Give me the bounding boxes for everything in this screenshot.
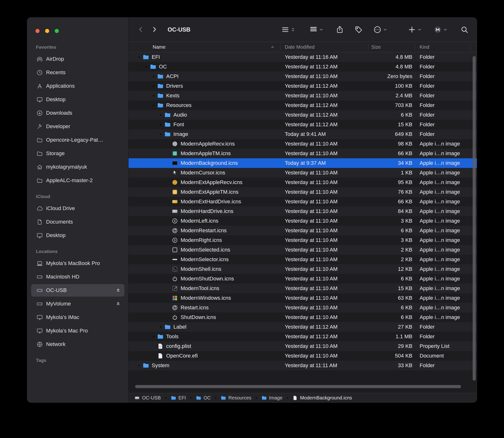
- eject-button[interactable]: [115, 301, 121, 307]
- table-row[interactable]: ModernAppleTM.icnsYesterday at 11:10 AM6…: [128, 149, 477, 158]
- table-row[interactable]: ImageToday at 9:41 AM649 KBFolder: [128, 129, 477, 139]
- disclosure-right-icon[interactable]: [150, 74, 157, 78]
- path-item-resources[interactable]: Resources: [221, 395, 252, 401]
- table-row[interactable]: ModernHardDrive.icnsYesterday at 11:10 A…: [128, 207, 477, 216]
- table-row[interactable]: OpenCore.efiYesterday at 11:10 AM504 KBD…: [128, 351, 477, 361]
- share-button[interactable]: [336, 25, 344, 34]
- sidebar-item-mykola-s-macbook-pro[interactable]: Mykola’s MacBook Pro: [31, 257, 125, 270]
- sidebar-item-documents[interactable]: Documents: [31, 216, 125, 228]
- table-row[interactable]: KextsYesterday at 11:10 AM2.4 MBFolder: [128, 91, 477, 100]
- tags-button[interactable]: [355, 25, 363, 34]
- path-item-efi[interactable]: EFI: [171, 395, 186, 401]
- table-row[interactable]: DriversYesterday at 11:12 AM100 KBFolder: [128, 81, 477, 91]
- sidebar-item-developer[interactable]: Developer: [31, 120, 125, 133]
- account-button[interactable]: [434, 25, 448, 34]
- table-row[interactable]: ModernAppleRecv.icnsYesterday at 11:10 A…: [128, 139, 477, 149]
- disclosure-right-icon[interactable]: [150, 84, 157, 88]
- column-header-kind[interactable]: Kind: [415, 42, 477, 52]
- table-row[interactable]: AudioYesterday at 11:12 AM6 KBFolder: [128, 110, 477, 120]
- sidebar-item-opencore-legacy-pat[interactable]: Opencore-Legacy-Pat…: [31, 134, 125, 146]
- disclosure-down-icon[interactable]: [136, 55, 142, 59]
- plus-icon: [408, 25, 416, 34]
- table-row[interactable]: SystemYesterday at 11:11 AM33 KBFolder: [128, 361, 477, 370]
- vertical-scrollbar[interactable]: [473, 56, 476, 381]
- file-size: 33 KB: [368, 362, 415, 369]
- column-header-name[interactable]: Name: [128, 42, 280, 52]
- table-row[interactable]: ACPIYesterday at 11:10 AMZero bytesFolde…: [128, 72, 477, 81]
- search-button[interactable]: [460, 25, 469, 34]
- disclosure-right-icon[interactable]: [150, 93, 157, 98]
- sidebar-item-storage[interactable]: Storage: [31, 147, 125, 160]
- view-mode-button[interactable]: [281, 25, 295, 34]
- path-item-oc[interactable]: OC: [196, 395, 211, 401]
- forward-button[interactable]: [151, 26, 158, 34]
- table-row[interactable]: ModernSelected.icnsYesterday at 11:10 AM…: [128, 245, 477, 255]
- table-row[interactable]: FontYesterday at 11:12 AM15 KBFolder: [128, 120, 477, 129]
- sidebar-item-macintosh-hd[interactable]: Macintosh HD: [31, 271, 125, 283]
- table-row[interactable]: ModernLeft.icnsYesterday at 11:10 AM3 KB…: [128, 216, 477, 226]
- disclosure-right-icon[interactable]: [158, 122, 164, 127]
- column-header-size[interactable]: Size: [368, 42, 415, 52]
- sidebar-item-recents[interactable]: Recents: [31, 66, 125, 79]
- table-row[interactable]: OCYesterday at 11:12 AM4.8 MBFolder: [128, 62, 477, 72]
- disclosure-down-icon[interactable]: [150, 103, 157, 108]
- table-row[interactable]: ModernRight.icnsYesterday at 11:10 AM3 K…: [128, 235, 477, 245]
- sidebar-item-mykola-s-mac-pro[interactable]: Mykola’s Mac Pro: [31, 325, 125, 337]
- sidebar-item-network[interactable]: Network: [31, 338, 125, 350]
- disclosure-down-icon[interactable]: [158, 132, 164, 136]
- table-row[interactable]: Restart.icnsYesterday at 11:10 AM6 KBApp…: [128, 303, 477, 312]
- sidebar-item-mykolagrymalyuk[interactable]: mykolagrymalyuk: [31, 161, 125, 173]
- back-button[interactable]: [137, 26, 144, 34]
- table-row[interactable]: LabelYesterday at 11:12 AM27 KBFolder: [128, 322, 477, 332]
- table-row[interactable]: EFIYesterday at 11:16 AM4.8 MBFolder: [128, 52, 477, 62]
- sidebar-item-oc-usb[interactable]: OC-USB: [31, 284, 125, 296]
- table-row[interactable]: ModernExtHardDrive.icnsYesterday at 11:1…: [128, 197, 477, 207]
- disclosure-right-icon[interactable]: [136, 363, 142, 368]
- sidebar-item-label: Macintosh HD: [46, 274, 79, 280]
- more-actions-button[interactable]: [373, 25, 388, 34]
- table-row[interactable]: ModernExtAppleTM.icnsYesterday at 11:10 …: [128, 187, 477, 197]
- sidebar-item-mykola-s-imac[interactable]: Mykola’s iMac: [31, 311, 125, 324]
- sidebar-item-desktop[interactable]: Desktop: [31, 229, 125, 242]
- sidebar-item-airdrop[interactable]: AirDrop: [31, 53, 125, 65]
- file-date-modified: Yesterday at 11:10 AM: [280, 295, 368, 301]
- file-size: 100 KB: [368, 83, 415, 89]
- new-item-button[interactable]: [408, 25, 422, 34]
- file-size: 703 KB: [368, 102, 415, 109]
- path-item-oc-usb[interactable]: OC-USB: [134, 395, 161, 401]
- table-row[interactable]: ToolsYesterday at 11:12 AM1.1 MBFolder: [128, 332, 477, 341]
- table-row[interactable]: ModernExtAppleRecv.icnsYesterday at 11:1…: [128, 177, 477, 187]
- close-window-button[interactable]: [35, 29, 40, 33]
- disclosure-right-icon[interactable]: [158, 325, 164, 329]
- table-row[interactable]: ModernCursor.icnsYesterday at 11:10 AM1 …: [128, 168, 477, 177]
- sidebar-item-icloud-drive[interactable]: iCloud Drive: [31, 202, 125, 215]
- path-item-modernbackground-icns[interactable]: ModernBackground.icns: [292, 395, 352, 401]
- file-kind: Folder: [415, 83, 477, 89]
- table-row[interactable]: ResourcesYesterday at 11:12 AM703 KBFold…: [128, 100, 477, 110]
- sidebar-item-myvolume[interactable]: MyVolume: [31, 297, 125, 310]
- sidebar-item-applications[interactable]: Applications: [31, 80, 125, 92]
- zoom-window-button[interactable]: [55, 29, 59, 33]
- table-row[interactable]: config.plistYesterday at 11:10 AM29 KBPr…: [128, 341, 477, 351]
- horizontal-scrollbar[interactable]: [135, 385, 461, 388]
- sidebar-item-desktop[interactable]: Desktop: [31, 93, 125, 106]
- table-row[interactable]: ModernWindows.icnsYesterday at 11:10 AM6…: [128, 293, 477, 303]
- sidebar-item-applealc-master-2[interactable]: AppleALC-master-2: [31, 174, 125, 187]
- column-header-date-modified[interactable]: Date Modified: [280, 42, 368, 52]
- disclosure-right-icon[interactable]: [158, 113, 164, 117]
- chevron-down-sm-icon: [417, 27, 422, 32]
- table-row[interactable]: ModernTool.icnsYesterday at 11:10 AM15 K…: [128, 284, 477, 293]
- disclosure-down-icon[interactable]: [143, 65, 149, 69]
- table-row[interactable]: ModernRestart.icnsYesterday at 11:10 AM6…: [128, 226, 477, 235]
- eject-button[interactable]: [115, 287, 121, 294]
- path-item-image[interactable]: Image: [261, 395, 283, 401]
- table-row[interactable]: ModernBackground.icnsToday at 9:37 AM34 …: [128, 158, 477, 168]
- table-row[interactable]: ModernSelector.icnsYesterday at 11:10 AM…: [128, 255, 477, 264]
- disclosure-right-icon[interactable]: [150, 334, 157, 339]
- table-row[interactable]: ModernShell.icnsYesterday at 11:10 AM12 …: [128, 264, 477, 274]
- minimize-window-button[interactable]: [45, 29, 49, 33]
- group-by-button[interactable]: [309, 25, 324, 34]
- sidebar-item-downloads[interactable]: Downloads: [31, 107, 125, 119]
- table-row[interactable]: ShutDown.icnsYesterday at 11:10 AM6 KBAp…: [128, 312, 477, 322]
- table-row[interactable]: ModernShutDown.icnsYesterday at 11:10 AM…: [128, 274, 477, 284]
